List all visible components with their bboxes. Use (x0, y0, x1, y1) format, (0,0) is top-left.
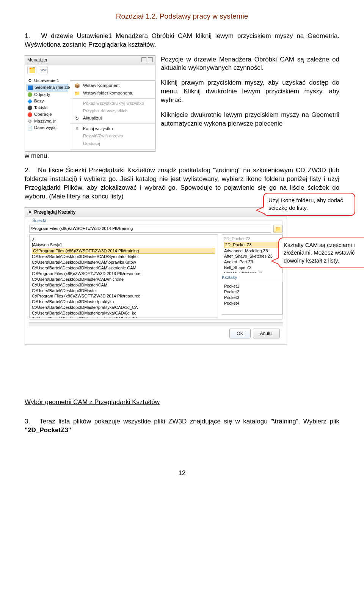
callout-folder: Użyj ikonę folderu, aby dodać ścieżkę do… (263, 193, 355, 216)
paragraph-6: 3. Teraz lista plików pokazuje wszystkie… (25, 417, 339, 435)
menu-label: Aktualizuj (83, 115, 102, 121)
tree-icon: 📄 (27, 125, 33, 131)
tree-icon: 🔴 (27, 112, 33, 118)
menu-label: Dostosuj (83, 141, 100, 147)
path-item[interactable]: C:\Users\Bartek\Desktop\3DMaster\CAM\szk… (32, 265, 215, 271)
file-item[interactable]: 2D_Pocket.Z3 (224, 242, 280, 248)
menu-icon: ✕ (74, 126, 80, 132)
manager-title: Menadżer (27, 57, 47, 63)
file-item[interactable]: Advanced_Modeling.Z3 (224, 248, 280, 254)
menu-label: Pokaż wszystko/Ukryj wszystko (83, 101, 144, 107)
tree-item[interactable]: 🔷Bazy (27, 98, 68, 105)
menu-item[interactable]: ↻Aktualizuj (70, 115, 155, 122)
shape-list[interactable]: Pocket1Pocket2Pocket3Pocket4 (222, 282, 282, 315)
file-item[interactable]: Bell_Shape.Z3 (224, 265, 280, 271)
path-item[interactable]: C:\Users\Bartek\Desktop\3DMaster\CAD\Sym… (32, 254, 215, 260)
tree-item[interactable]: ⚫Taktyki (27, 105, 68, 112)
paragraph-4b: Kliknięcie dwukrotnie lewym przyciskiem … (161, 111, 339, 128)
path-item[interactable]: C:\Users\Bartek\Desktop\3DMaster\praktyk… (32, 299, 215, 305)
browser-title: Przeglądaj Kształty (34, 209, 75, 215)
shape-item[interactable]: Pocket2 (224, 289, 280, 295)
chapter-header: Rozdział 1.2. Podstawy pracy w systemie (25, 11, 339, 21)
glasses-icon[interactable]: 👓 (39, 66, 48, 74)
tree-item[interactable]: ⚙Maszyna (r (27, 118, 68, 125)
tree-label: Odjazdy (34, 92, 50, 98)
paths-label: Ścieżki (29, 218, 49, 224)
tree-icon: ⚫ (27, 105, 33, 111)
menu-icon: 📦 (74, 83, 80, 89)
tree-root[interactable]: ⚙ Ustawienie 1 (27, 77, 68, 84)
tree-item[interactable]: 🟦Geometria (nie zdefiniowano) (27, 84, 68, 91)
tree-label: Dane wyjśc (34, 125, 56, 131)
path-item[interactable]: C:\Users\Bartek\Desktop\3DMaster\praktyk… (32, 305, 215, 310)
menu-label: Kasuj wszystko (83, 126, 113, 132)
menu-item[interactable]: ✕Kasuj wszystko (70, 125, 155, 132)
manager-tree[interactable]: ⚙ Ustawienie 1 🟦Geometria (nie zdefiniow… (25, 76, 70, 151)
tree-label: Bazy (34, 98, 44, 104)
page-number: 12 (25, 469, 339, 478)
cancel-button[interactable]: Anuluj (253, 329, 280, 338)
shapes-label: Kształty (222, 275, 282, 281)
tree-icon: 🟢 (27, 92, 33, 98)
tree-icon: 🔷 (27, 99, 33, 104)
window-buttons[interactable] (141, 57, 153, 62)
shape-item[interactable]: Pocket3 (224, 295, 280, 301)
tree-label: Operacje (34, 112, 52, 118)
menu-label: Wstaw Komponent (83, 83, 120, 89)
current-path-input[interactable]: \Program Files (x86)\ZWSOFT\ZW3D 2014 Pl… (29, 225, 271, 233)
paragraph-3: Kliknij prawym przyciskiem myszy, aby uz… (161, 79, 339, 105)
menu-item: Pokaż wszystko/Ukryj wszystko (70, 100, 155, 107)
folder-icon: 📁 (275, 226, 281, 232)
tree-label: Taktyki (34, 105, 47, 111)
paragraph-2: Pozycje w drzewie Menadżera Obróbki CAM … (161, 55, 339, 73)
module-icon[interactable]: 🗂️ (27, 66, 36, 74)
path-item[interactable]: C:\Users\Bartek\Desktop\3DMaster\CAD\mic… (32, 277, 215, 282)
menu-icon: ↻ (74, 115, 80, 121)
shape-item[interactable]: Pocket4 (224, 301, 280, 306)
scrollbar[interactable] (29, 322, 283, 326)
tree-label: Maszyna (r (34, 118, 56, 124)
menu-separator (70, 123, 155, 124)
path-item[interactable]: .\ (32, 236, 215, 242)
paragraph-4a: w menu. (25, 152, 339, 160)
paragraph-1: 1. W drzewie Ustawienie1 Menadżera Obrób… (25, 32, 339, 49)
menu-icon: 📁 (74, 90, 80, 96)
gear-icon: ⚙ (27, 78, 33, 83)
tree-label: Geometria (nie zdefiniowano) (35, 85, 70, 91)
path-item[interactable]: C:\Users\Bartek\Desktop\3DMaster\CAM\opr… (32, 260, 215, 265)
path-item[interactable]: C:\Users\Bartek\Desktop\3DMaster (32, 288, 215, 294)
manager-panel: Menadżer 🗂️ 👓 ⚙ Ustawienie 1 🟦Geometria … (25, 55, 155, 152)
path-item[interactable]: C:\Program Files (x86)\ZWSOFT\ZW3D 2014 … (32, 293, 215, 299)
menu-item[interactable]: 📁Wstaw folder komponentu (70, 90, 155, 97)
path-item[interactable]: C:\Users\Bartek\Desktop\3DMaster\CAM (32, 282, 215, 288)
file-item[interactable]: 2D_Pocket.Z3 (224, 236, 280, 242)
tree-item[interactable]: 🟢Odjazdy (27, 91, 68, 98)
tree-icon: ⚙ (27, 118, 33, 124)
manager-toolbar[interactable]: 🗂️ 👓 (25, 65, 155, 76)
path-list[interactable]: .\[Aktywna Sesja]C:\Program Files (x86)\… (29, 234, 218, 318)
context-menu[interactable]: 📦Wstaw Komponent📁Wstaw folder komponentu… (70, 80, 155, 149)
tree-item[interactable]: 🔴Operacje (27, 111, 68, 118)
menu-label: Przypisz do wszystkich (83, 108, 128, 114)
menu-item: Rozwiń/Zwiń drzewo (70, 132, 155, 140)
path-item[interactable]: C:\Program Files (x86)\ZWSOFT\ZW3D 2013 … (32, 271, 215, 277)
shape-browser: ✳ Przeglądaj Kształty Ścieżki \Program F… (25, 207, 287, 345)
path-item[interactable]: C:\Program Files (x86)\ZWSOFT\ZW3D 2014 … (32, 248, 215, 254)
path-item[interactable]: [Aktywna Sesja] (32, 242, 215, 248)
shape-item[interactable]: Pocket1 (224, 283, 280, 289)
menu-item: Przypisz do wszystkich (70, 107, 155, 115)
tree-item[interactable]: 📄Dane wyjśc (27, 124, 68, 131)
path-item[interactable]: C:\Users\Bartek\Desktop\3DMaster\praktyk… (32, 310, 215, 316)
ok-button[interactable]: OK (229, 329, 250, 338)
gear-icon: ✳ (28, 209, 32, 215)
menu-label: Wstaw folder komponentu (83, 90, 133, 96)
file-item[interactable]: Bleach_Sketches.Z3 (224, 271, 280, 273)
menu-item: Dostosuj (70, 140, 155, 148)
file-list[interactable]: 2D_Pocket.Z32D_Pocket.Z3Advanced_Modelin… (222, 234, 282, 273)
path-item[interactable]: C:\Users\Bartek\Desktop\3DMaster\praktyk… (32, 316, 215, 318)
menu-label: Rozwiń/Zwiń drzewo (83, 133, 123, 139)
menu-separator (70, 98, 155, 99)
add-folder-button[interactable]: 📁 (273, 225, 282, 233)
callout-shapes: Kształty CAM są częściami i złożeniami. … (278, 238, 364, 268)
menu-item[interactable]: 📦Wstaw Komponent (70, 82, 155, 90)
